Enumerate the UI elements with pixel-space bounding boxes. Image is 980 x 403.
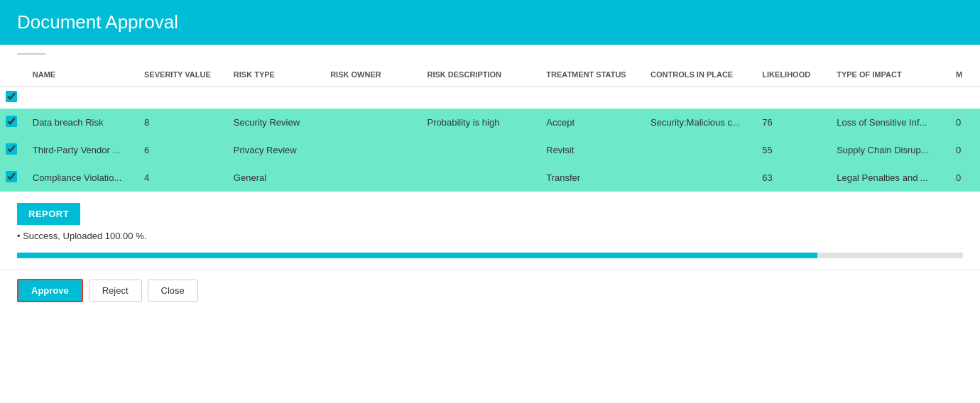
table-row: Third-Party Vendor ... 6 Privacy Review … xyxy=(0,136,980,164)
cell-name: Data breach Risk xyxy=(27,109,138,136)
page-header: Document Approval xyxy=(0,0,980,45)
report-button[interactable]: REPORT xyxy=(17,203,80,225)
cell-type-of-impact: Loss of Sensitive Inf... xyxy=(831,109,950,136)
cell-name: Compliance Violatio... xyxy=(27,164,138,192)
cell-m: 0 xyxy=(950,136,980,164)
row-checkbox[interactable] xyxy=(6,116,17,127)
col-header-risk-owner: RISK OWNER xyxy=(325,63,421,87)
cell-risk-owner xyxy=(325,109,421,136)
table-row: Data breach Risk 8 Security Review Proba… xyxy=(0,109,980,136)
cell-risk-description: Probability is high xyxy=(421,109,540,136)
col-header-checkbox xyxy=(0,63,27,87)
cell-risk-owner xyxy=(325,164,421,192)
cell-name: Third-Party Vendor ... xyxy=(27,136,138,164)
reject-button[interactable]: Reject xyxy=(89,280,142,302)
bullet: • xyxy=(17,231,23,241)
bottom-section: REPORT • Success, Uploaded 100.00 %. xyxy=(0,192,980,270)
col-header-severity: SEVERITY VALUE xyxy=(138,63,228,87)
table-header-row: NAME SEVERITY VALUE RISK TYPE RISK OWNER… xyxy=(0,63,980,87)
cell-likelihood: 55 xyxy=(756,136,831,164)
row-checkbox-cell[interactable] xyxy=(0,109,27,136)
cell-risk-description xyxy=(421,164,540,192)
progress-bar-fill xyxy=(17,253,817,258)
col-header-risk-description: RISK DESCRIPTION xyxy=(421,63,540,87)
row-checkbox-cell[interactable] xyxy=(0,136,27,164)
master-checkbox-cell[interactable] xyxy=(0,87,27,109)
cell-likelihood: 63 xyxy=(756,164,831,192)
success-text: Success, Uploaded 100.00 %. xyxy=(23,231,146,241)
table-row: Compliance Violatio... 4 General Transfe… xyxy=(0,164,980,192)
cell-severity: 6 xyxy=(138,136,228,164)
risk-table: NAME SEVERITY VALUE RISK TYPE RISK OWNER… xyxy=(0,63,980,192)
row-checkbox[interactable] xyxy=(6,143,17,155)
col-header-risk-type: RISK TYPE xyxy=(228,63,325,87)
cell-risk-type: Security Review xyxy=(228,109,325,136)
col-header-m: M xyxy=(950,63,980,87)
cell-type-of-impact: Legal Penalties and ... xyxy=(831,164,950,192)
col-header-controls-in-place: CONTROLS IN PLACE xyxy=(645,63,756,87)
approve-button[interactable]: Approve xyxy=(17,279,83,302)
col-header-treatment-status: TREATMENT STATUS xyxy=(540,63,645,87)
close-button[interactable]: Close xyxy=(148,280,198,302)
col-header-type-of-impact: TYPE OF IMPACT xyxy=(831,63,950,87)
progress-bar-container xyxy=(17,253,963,258)
page-title: Document Approval xyxy=(17,11,178,33)
cell-treatment-status: Accept xyxy=(540,109,645,136)
cell-m: 0 xyxy=(950,109,980,136)
risk-table-container: NAME SEVERITY VALUE RISK TYPE RISK OWNER… xyxy=(0,63,980,192)
footer-actions: Approve Reject Close xyxy=(0,270,980,311)
col-header-name: NAME xyxy=(27,63,138,87)
main-content: NAME SEVERITY VALUE RISK TYPE RISK OWNER… xyxy=(0,53,980,192)
cell-treatment-status: Transfer xyxy=(540,164,645,192)
cell-severity: 4 xyxy=(138,164,228,192)
master-checkbox[interactable] xyxy=(6,91,17,102)
col-header-likelihood: LIKELIHOOD xyxy=(756,63,831,87)
cell-likelihood: 76 xyxy=(756,109,831,136)
cell-controls-in-place xyxy=(645,136,756,164)
cell-risk-owner xyxy=(325,136,421,164)
success-message: • Success, Uploaded 100.00 %. xyxy=(17,231,963,241)
cell-controls-in-place: Security:Malicious c... xyxy=(645,109,756,136)
cell-risk-type: Privacy Review xyxy=(228,136,325,164)
cell-risk-description xyxy=(421,136,540,164)
cell-severity: 8 xyxy=(138,109,228,136)
master-row-empty xyxy=(27,87,980,109)
row-checkbox-cell[interactable] xyxy=(0,164,27,192)
cell-type-of-impact: Supply Chain Disrup... xyxy=(831,136,950,164)
master-checkbox-row xyxy=(0,87,980,109)
cell-controls-in-place xyxy=(645,164,756,192)
cell-m: 0 xyxy=(950,164,980,192)
row-checkbox[interactable] xyxy=(6,171,17,182)
cell-treatment-status: Revisit xyxy=(540,136,645,164)
divider xyxy=(17,53,45,55)
cell-risk-type: General xyxy=(228,164,325,192)
